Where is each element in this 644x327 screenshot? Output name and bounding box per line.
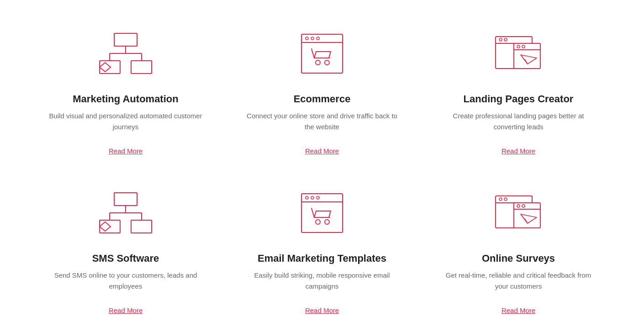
card-desc: Build visual and personalized automated … [46, 111, 206, 138]
card-title: Ecommerce [294, 93, 351, 105]
card-desc: Create professional landing pages better… [438, 111, 598, 138]
automation-icon [96, 182, 155, 246]
svg-rect-34 [301, 194, 343, 232]
svg-point-37 [311, 196, 314, 199]
svg-point-17 [499, 38, 502, 41]
svg-point-38 [317, 196, 319, 199]
svg-point-12 [317, 37, 319, 40]
card-ecommerce: Ecommerce Connect your online store and … [224, 9, 420, 169]
card-desc: Easily build striking, mobile responsive… [242, 270, 402, 297]
svg-point-44 [504, 198, 507, 200]
svg-rect-28 [131, 220, 152, 233]
svg-point-14 [325, 60, 329, 65]
svg-point-11 [311, 37, 314, 40]
svg-point-40 [325, 220, 329, 224]
read-more-link[interactable]: Read More [109, 147, 143, 155]
svg-point-36 [306, 196, 308, 199]
card-title: SMS Software [92, 253, 159, 264]
read-more-link[interactable]: Read More [501, 147, 535, 155]
read-more-link[interactable]: Read More [305, 147, 339, 155]
landing-icon [489, 23, 548, 87]
svg-rect-8 [301, 34, 343, 73]
read-more-link[interactable]: Read More [305, 306, 339, 314]
card-title: Marketing Automation [73, 93, 178, 105]
svg-rect-2 [131, 61, 152, 74]
cart-icon [292, 182, 352, 246]
card-marketing-automation: Marketing Automation Build visual and pe… [27, 9, 224, 169]
svg-point-13 [316, 60, 320, 65]
svg-marker-33 [100, 222, 111, 231]
read-more-link[interactable]: Read More [109, 306, 143, 314]
card-online-surveys: Online Surveys Get real-time, reliable a… [420, 169, 617, 327]
card-desc: Get real-time, reliable and critical fee… [438, 270, 598, 297]
landing-icon [489, 182, 548, 246]
automation-icon [96, 23, 155, 87]
card-title: Email Marketing Templates [258, 253, 386, 264]
svg-rect-0 [114, 33, 137, 46]
svg-point-10 [306, 37, 308, 40]
features-grid: Marketing Automation Build visual and pe… [0, 0, 644, 327]
card-email-templates: Email Marketing Templates Easily build s… [224, 169, 420, 327]
card-desc: Connect your online store and drive traf… [242, 111, 402, 138]
card-title: Landing Pages Creator [464, 93, 574, 105]
card-landing-pages: Landing Pages Creator Create professiona… [420, 9, 617, 169]
svg-rect-26 [114, 193, 137, 206]
svg-point-43 [499, 198, 502, 200]
card-sms-software: SMS Software Send SMS online to your cus… [27, 169, 224, 327]
cart-icon [292, 23, 352, 87]
svg-marker-7 [100, 63, 111, 72]
card-desc: Send SMS online to your customers, leads… [46, 270, 206, 297]
read-more-link[interactable]: Read More [501, 306, 535, 314]
svg-point-18 [504, 38, 507, 41]
card-title: Online Surveys [482, 253, 555, 264]
svg-point-39 [316, 220, 320, 224]
